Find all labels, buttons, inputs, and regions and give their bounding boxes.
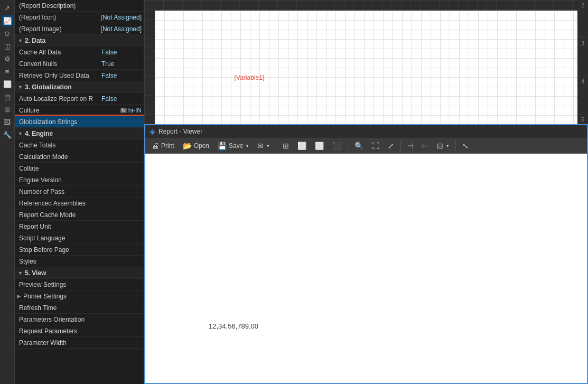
search-button[interactable]: 🔍 [351,140,367,152]
fullscreen-button[interactable]: ⛶ [369,140,382,152]
section-view[interactable]: ▼ 5. View [15,267,144,279]
prop-parameters-orientation[interactable]: Parameters Orientation [15,314,144,325]
collapse-icon-view: ▼ [18,270,23,276]
fx-icon: fx [120,108,127,113]
prop-cache-totals[interactable]: Cache Totals [15,139,144,151]
view-mode-button[interactable]: ⊟ [434,140,452,152]
toolbar-sep-2 [348,141,348,151]
prop-styles[interactable]: Styles [15,256,144,267]
section-engine[interactable]: ▼ 4. Engine [15,128,144,139]
prop-printer-settings[interactable]: ▶ Printer Settings [15,291,144,302]
open-icon: 📂 [183,142,192,150]
variable-text: {Variable1} [234,74,265,81]
zoom-button[interactable]: ⤢ [385,140,397,152]
more-icon: ⤡ [462,142,469,150]
report-number: 12,34,56,789.00 [209,322,258,330]
toolbar-sep-1 [276,141,276,151]
layout-btn-4[interactable]: ⬛ [329,140,344,152]
layout-icon-2: ⬜ [297,142,306,150]
collapse-icon-engine: ▼ [18,131,23,136]
sidebar-icon-layers[interactable]: ◫ [2,40,13,52]
prop-number-of-pass[interactable]: Number of Pass [15,186,144,198]
toolbar-sep-3 [400,141,401,151]
sidebar-icon-rows[interactable]: ▤ [2,91,13,102]
toolbar-sep-4 [455,141,456,151]
prop-cache-all-data[interactable]: Cache All Data False [15,46,144,58]
nav-button-2[interactable]: ⊢ [419,140,432,152]
prop-collate[interactable]: Collate [15,163,144,174]
sidebar-icon-arrow[interactable]: ↗ [2,2,13,14]
prop-report-unit[interactable]: Report Unit [15,221,144,232]
row-num-2: 2 [577,0,588,38]
section-data[interactable]: ▼ 2. Data [15,35,144,46]
sidebar-icon-circle[interactable]: ⊙ [2,27,13,39]
email-button[interactable]: ✉ [254,140,273,152]
prop-auto-localize[interactable]: Auto Localize Report on R False [15,93,144,105]
collapse-icon-glob: ▼ [18,85,23,90]
layout-icon-1: ⊞ [283,142,289,150]
row-num-5: 5 [577,114,588,124]
save-button[interactable]: 💾 Save [214,140,252,152]
fullscreen-icon: ⛶ [372,142,379,150]
email-icon: ✉ [257,142,264,150]
sidebar-icon-grid[interactable]: ⊞ [2,104,13,115]
nav-icon-1: ⊣ [407,142,414,150]
sidebar-icon-page[interactable]: ⬜ [2,78,13,90]
grid-background: {Variable1} [144,0,588,124]
prop-calculation-mode[interactable]: Calculation Mode [15,151,144,163]
sidebar-icon-tools[interactable]: 🔧 [2,129,13,141]
layout-icon-4: ⬛ [332,142,341,150]
row-num-3: 3 [577,38,588,76]
nav-icon-2: ⊢ [422,142,428,150]
search-icon: 🔍 [354,142,363,150]
prop-report-icon[interactable]: (Report Icon) [Not Assigned] [15,12,144,23]
viewer-content: 12,34,56,789.00 [145,154,587,383]
open-button[interactable]: 📂 Open [180,140,212,152]
prop-preview-settings[interactable]: Preview Settings [15,279,144,291]
sidebar-icon-chart[interactable]: 📈 [2,15,13,26]
layout-btn-3[interactable]: ⬜ [312,140,327,152]
report-viewer: ◈ Report - Viewer 🖨 Print 📂 Open 💾 Save … [144,124,588,384]
prop-referenced-assemblies[interactable]: Referenced Assemblies [15,198,144,209]
prop-refresh-time[interactable]: Refresh Time [15,302,144,314]
row-num-4: 4 [577,76,588,114]
prop-retrieve-only-used-data[interactable]: Retrieve Only Used Data False [15,70,144,81]
nav-button-1[interactable]: ⊣ [404,140,417,152]
viewer-titlebar: ◈ Report - Viewer [145,125,587,138]
canvas-area: {Variable1} 2 3 4 5 [144,0,588,124]
prop-report-cache-mode[interactable]: Report Cache Mode [15,209,144,221]
view-mode-icon: ⊟ [437,142,443,150]
prop-report-description[interactable]: (Report Description) [15,0,144,12]
layout-btn-2[interactable]: ⬜ [294,140,310,152]
row-numbers: 2 3 4 5 [577,0,588,124]
sidebar-icons: ↗ 📈 ⊙ ◫ ⚙ ≡ ⬜ ▤ ⊞ 🖼 🔧 [0,0,15,384]
properties-panel: (Report Description) (Report Icon) [Not … [15,0,144,384]
sidebar-icon-image[interactable]: 🖼 [2,116,13,128]
viewer-title: Report - Viewer [158,128,202,135]
save-icon: 💾 [218,142,227,150]
grid-white-area: {Variable1} [155,11,588,124]
collapse-icon: ▼ [18,38,23,43]
print-button[interactable]: 🖨 Print [148,140,178,152]
prop-globalization-strings[interactable]: Globalization Strings [15,116,144,128]
layout-icon-3: ⬜ [315,142,324,150]
arrow-right-icon: ▶ [17,293,21,299]
main-area: {Variable1} 2 3 4 5 ◈ Report - Viewer 🖨 … [144,0,588,384]
culture-red-underline [15,115,144,116]
prop-request-parameters[interactable]: Request Parameters [15,325,144,337]
prop-culture[interactable]: Culture fx hi-IN [15,105,144,116]
zoom-icon: ⤢ [388,142,394,150]
prop-convert-nulls[interactable]: Convert Nulls True [15,58,144,70]
more-button[interactable]: ⤡ [459,140,472,152]
prop-script-language[interactable]: Script Language [15,232,144,244]
prop-stop-before-page[interactable]: Stop Before Page [15,244,144,256]
prop-engine-version[interactable]: Engine Version [15,174,144,186]
sidebar-icon-list[interactable]: ≡ [2,65,13,77]
prop-report-image[interactable]: (Report Image) [Not Assigned] [15,23,144,35]
prop-parameter-width[interactable]: Parameter Width [15,337,144,349]
viewer-title-icon: ◈ [150,127,155,136]
layout-btn-1[interactable]: ⊞ [279,140,292,152]
section-globalization[interactable]: ▼ 3. Globalization [15,81,144,93]
sidebar-icon-settings[interactable]: ⚙ [2,53,13,64]
viewer-toolbar: 🖨 Print 📂 Open 💾 Save ✉ ⊞ ⬜ ⬜ [145,138,587,154]
